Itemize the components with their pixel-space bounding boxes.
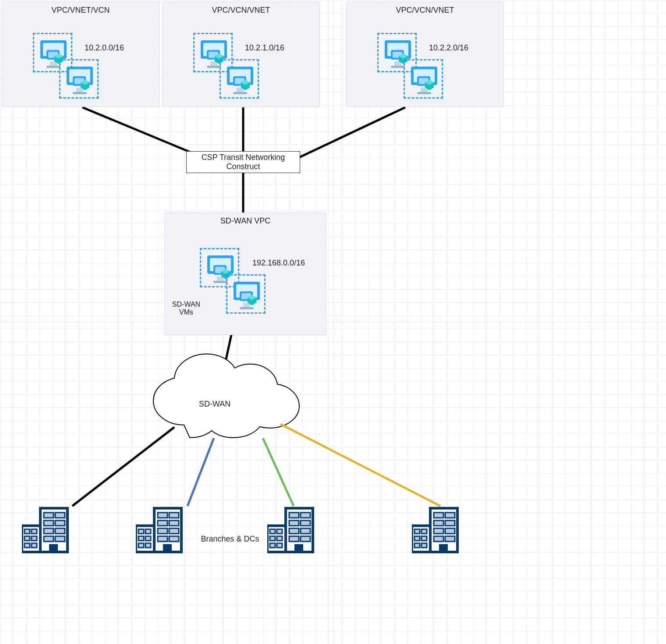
link-vpc3-transit (289, 107, 405, 162)
vpc2-cidr: 10.2.1.0/16 (245, 43, 284, 53)
vpc2-vm2-box (220, 59, 259, 99)
vpc-box-1: VPC/VNET/VCN 10.2.0.0/16 (2, 2, 159, 107)
transit-label: CSP Transit Networking Construct (191, 153, 295, 171)
vm-icon (408, 64, 440, 96)
sdwan-cidr: 192.168.0.0/16 (252, 258, 305, 268)
link-vpc1-transit (82, 107, 204, 158)
link-cloud-branch4 (280, 424, 440, 506)
vpc-box-2: VPC/VCN/VNET 10.2.1.0/16 (162, 2, 320, 107)
vpc1-title: VPC/VNET/VCN (2, 6, 159, 15)
link-sdwanvpc-cloud (221, 331, 232, 381)
transit-construct-box: CSP Transit Networking Construct (186, 151, 300, 173)
branch-building-3 (267, 495, 320, 558)
vpc3-cidr: 10.2.2.0/16 (429, 43, 468, 53)
sdwan-vpc-title: SD-WAN VPC (165, 216, 326, 226)
sdwan-cloud-shape (153, 354, 299, 438)
branch-building-2 (136, 495, 188, 558)
vpc2-title: VPC/VCN/VNET (163, 6, 319, 15)
branch-building-4 (412, 495, 464, 558)
vpc1-vm2-box (59, 59, 99, 99)
building-icon (412, 495, 464, 556)
building-icon (22, 495, 74, 556)
page-center-horizontal-guide (0, 322, 666, 322)
link-cloud-branch1 (72, 427, 174, 506)
building-icon (267, 495, 320, 556)
vpc1-cidr: 10.2.0.0/16 (85, 43, 124, 53)
vm-icon (64, 64, 96, 96)
vm-icon (224, 64, 256, 96)
sdwan-vm2-box (226, 274, 266, 314)
vm-icon (231, 279, 262, 311)
sdwan-vm-label: SD-WAN VMs (166, 301, 206, 316)
vpc3-title: VPC/VCN/VNET (347, 6, 503, 15)
branch-building-1 (22, 495, 74, 558)
sdwan-vpc-box: SD-WAN VPC 192.168.0.0/16 SD-WAN VMs (164, 212, 326, 335)
vpc3-vm2-box (404, 59, 443, 99)
cloud-label: SD-WAN (199, 400, 230, 409)
branches-label: Branches & DCs (195, 534, 265, 544)
link-cloud-branch2 (188, 438, 214, 506)
vpc-box-3: VPC/VCN/VNET 10.2.2.0/16 (346, 2, 504, 107)
building-icon (136, 495, 188, 556)
